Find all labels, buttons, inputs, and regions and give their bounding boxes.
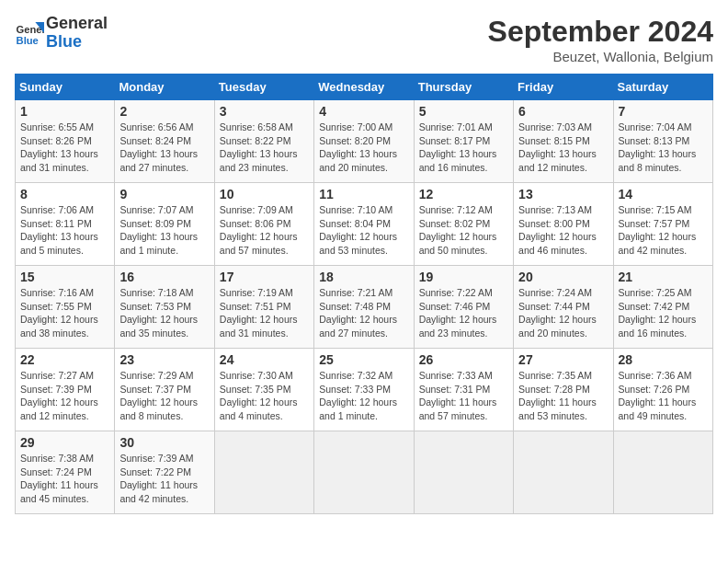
day-detail: Sunrise: 6:58 AMSunset: 8:22 PMDaylight:… — [220, 121, 298, 173]
calendar-cell: 28Sunrise: 7:36 AMSunset: 7:26 PMDayligh… — [613, 349, 712, 431]
week-row: 1Sunrise: 6:55 AMSunset: 8:26 PMDaylight… — [16, 100, 713, 183]
day-detail: Sunrise: 7:06 AMSunset: 8:11 PMDaylight:… — [20, 204, 98, 256]
day-number: 30 — [119, 435, 209, 450]
calendar-cell — [613, 431, 712, 514]
day-number: 5 — [419, 104, 508, 119]
calendar-cell: 23Sunrise: 7:29 AMSunset: 7:37 PMDayligh… — [115, 349, 214, 431]
day-detail: Sunrise: 7:21 AMSunset: 7:48 PMDaylight:… — [319, 287, 397, 339]
logo: General Blue General Blue — [15, 15, 108, 52]
calendar-cell: 22Sunrise: 7:27 AMSunset: 7:39 PMDayligh… — [16, 349, 115, 431]
week-row: 22Sunrise: 7:27 AMSunset: 7:39 PMDayligh… — [16, 349, 713, 431]
calendar-cell: 2Sunrise: 6:56 AMSunset: 8:24 PMDaylight… — [115, 100, 214, 183]
day-number: 25 — [319, 352, 408, 367]
calendar-cell: 26Sunrise: 7:33 AMSunset: 7:31 PMDayligh… — [414, 349, 513, 431]
title-block: September 2024 Beuzet, Wallonia, Belgium — [488, 15, 713, 64]
calendar-cell: 3Sunrise: 6:58 AMSunset: 8:22 PMDaylight… — [214, 100, 313, 183]
week-row: 8Sunrise: 7:06 AMSunset: 8:11 PMDaylight… — [16, 183, 713, 266]
day-detail: Sunrise: 7:16 AMSunset: 7:55 PMDaylight:… — [20, 287, 98, 339]
logo-icon: General Blue — [15, 18, 44, 48]
day-detail: Sunrise: 7:18 AMSunset: 7:53 PMDaylight:… — [119, 287, 198, 339]
calendar-cell — [514, 431, 613, 514]
calendar-cell: 30Sunrise: 7:39 AMSunset: 7:22 PMDayligh… — [115, 431, 214, 514]
day-detail: Sunrise: 7:38 AMSunset: 7:24 PMDaylight:… — [20, 453, 98, 504]
day-detail: Sunrise: 7:10 AMSunset: 8:04 PMDaylight:… — [319, 204, 397, 256]
calendar-cell: 27Sunrise: 7:35 AMSunset: 7:28 PMDayligh… — [514, 349, 613, 431]
calendar-cell: 4Sunrise: 7:00 AMSunset: 8:20 PMDaylight… — [314, 100, 414, 183]
day-number: 13 — [518, 187, 608, 201]
day-detail: Sunrise: 7:03 AMSunset: 8:15 PMDaylight:… — [518, 121, 597, 173]
column-header-wednesday: Wednesday — [314, 75, 414, 100]
calendar-cell: 29Sunrise: 7:38 AMSunset: 7:24 PMDayligh… — [16, 431, 115, 514]
day-number: 27 — [518, 352, 608, 367]
calendar-cell: 10Sunrise: 7:09 AMSunset: 8:06 PMDayligh… — [214, 183, 313, 266]
calendar-cell: 12Sunrise: 7:12 AMSunset: 8:02 PMDayligh… — [414, 183, 513, 266]
day-number: 26 — [419, 352, 508, 367]
day-number: 29 — [20, 435, 109, 450]
day-detail: Sunrise: 7:36 AMSunset: 7:26 PMDaylight:… — [619, 370, 697, 421]
day-number: 4 — [319, 104, 408, 119]
day-detail: Sunrise: 7:29 AMSunset: 7:37 PMDaylight:… — [119, 370, 198, 421]
day-detail: Sunrise: 7:27 AMSunset: 7:39 PMDaylight:… — [20, 370, 98, 421]
day-detail: Sunrise: 7:32 AMSunset: 7:33 PMDaylight:… — [319, 370, 397, 421]
day-number: 12 — [419, 187, 508, 201]
calendar-cell: 7Sunrise: 7:04 AMSunset: 8:13 PMDaylight… — [613, 100, 712, 183]
svg-text:Blue: Blue — [17, 35, 39, 46]
column-header-monday: Monday — [115, 75, 214, 100]
calendar-cell: 14Sunrise: 7:15 AMSunset: 7:57 PMDayligh… — [613, 183, 712, 266]
calendar-cell: 16Sunrise: 7:18 AMSunset: 7:53 PMDayligh… — [115, 266, 214, 349]
day-detail: Sunrise: 7:04 AMSunset: 8:13 PMDaylight:… — [619, 121, 697, 173]
day-number: 20 — [518, 270, 608, 284]
calendar-cell — [214, 431, 313, 514]
day-number: 8 — [20, 187, 109, 201]
day-detail: Sunrise: 7:13 AMSunset: 8:00 PMDaylight:… — [518, 204, 597, 256]
calendar-cell: 21Sunrise: 7:25 AMSunset: 7:42 PMDayligh… — [613, 266, 712, 349]
calendar-cell: 8Sunrise: 7:06 AMSunset: 8:11 PMDaylight… — [16, 183, 115, 266]
day-number: 21 — [619, 270, 708, 284]
day-number: 1 — [20, 104, 109, 119]
day-number: 6 — [518, 104, 608, 119]
day-number: 17 — [220, 270, 309, 284]
calendar-cell: 20Sunrise: 7:24 AMSunset: 7:44 PMDayligh… — [514, 266, 613, 349]
column-header-tuesday: Tuesday — [214, 75, 313, 100]
column-header-friday: Friday — [514, 75, 613, 100]
calendar-cell: 24Sunrise: 7:30 AMSunset: 7:35 PMDayligh… — [214, 349, 313, 431]
day-detail: Sunrise: 6:56 AMSunset: 8:24 PMDaylight:… — [119, 121, 198, 173]
day-number: 14 — [619, 187, 708, 201]
day-detail: Sunrise: 7:07 AMSunset: 8:09 PMDaylight:… — [119, 204, 198, 256]
day-detail: Sunrise: 7:09 AMSunset: 8:06 PMDaylight:… — [220, 204, 298, 256]
calendar-cell: 6Sunrise: 7:03 AMSunset: 8:15 PMDaylight… — [514, 100, 613, 183]
calendar-table: SundayMondayTuesdayWednesdayThursdayFrid… — [15, 74, 713, 514]
day-detail: Sunrise: 7:22 AMSunset: 7:46 PMDaylight:… — [419, 287, 497, 339]
day-detail: Sunrise: 7:30 AMSunset: 7:35 PMDaylight:… — [220, 370, 298, 421]
calendar-cell: 19Sunrise: 7:22 AMSunset: 7:46 PMDayligh… — [414, 266, 513, 349]
calendar-cell — [314, 431, 414, 514]
calendar-cell: 9Sunrise: 7:07 AMSunset: 8:09 PMDaylight… — [115, 183, 214, 266]
day-number: 23 — [119, 352, 209, 367]
day-number: 24 — [220, 352, 309, 367]
day-number: 16 — [119, 270, 209, 284]
day-number: 15 — [20, 270, 109, 284]
header-row: SundayMondayTuesdayWednesdayThursdayFrid… — [16, 75, 713, 100]
column-header-saturday: Saturday — [613, 75, 712, 100]
column-header-thursday: Thursday — [414, 75, 513, 100]
day-number: 18 — [319, 270, 408, 284]
day-detail: Sunrise: 6:55 AMSunset: 8:26 PMDaylight:… — [20, 121, 98, 173]
day-detail: Sunrise: 7:33 AMSunset: 7:31 PMDaylight:… — [419, 370, 497, 421]
day-number: 2 — [119, 104, 209, 119]
calendar-cell: 15Sunrise: 7:16 AMSunset: 7:55 PMDayligh… — [16, 266, 115, 349]
day-detail: Sunrise: 7:24 AMSunset: 7:44 PMDaylight:… — [518, 287, 597, 339]
calendar-cell: 13Sunrise: 7:13 AMSunset: 8:00 PMDayligh… — [514, 183, 613, 266]
calendar-cell: 1Sunrise: 6:55 AMSunset: 8:26 PMDaylight… — [16, 100, 115, 183]
column-header-sunday: Sunday — [16, 75, 115, 100]
day-detail: Sunrise: 7:01 AMSunset: 8:17 PMDaylight:… — [419, 121, 497, 173]
calendar-cell: 25Sunrise: 7:32 AMSunset: 7:33 PMDayligh… — [314, 349, 414, 431]
day-number: 10 — [220, 187, 309, 201]
calendar-cell: 17Sunrise: 7:19 AMSunset: 7:51 PMDayligh… — [214, 266, 313, 349]
week-row: 29Sunrise: 7:38 AMSunset: 7:24 PMDayligh… — [16, 431, 713, 514]
day-number: 7 — [619, 104, 708, 119]
location: Beuzet, Wallonia, Belgium — [488, 49, 713, 64]
calendar-cell: 11Sunrise: 7:10 AMSunset: 8:04 PMDayligh… — [314, 183, 414, 266]
day-detail: Sunrise: 7:35 AMSunset: 7:28 PMDaylight:… — [518, 370, 597, 421]
day-detail: Sunrise: 7:25 AMSunset: 7:42 PMDaylight:… — [619, 287, 697, 339]
day-detail: Sunrise: 7:00 AMSunset: 8:20 PMDaylight:… — [319, 121, 397, 173]
